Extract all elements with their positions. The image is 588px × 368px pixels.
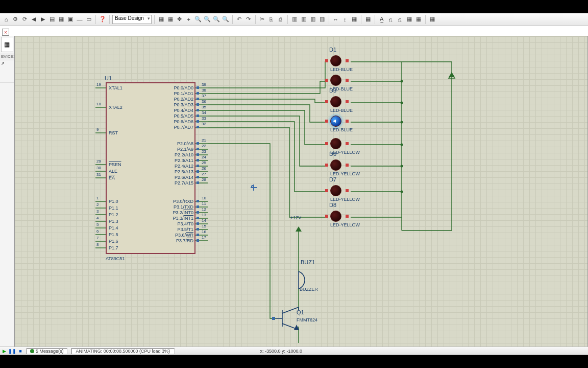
pin-number: 33 bbox=[202, 116, 206, 121]
pin-number: 34 bbox=[202, 110, 206, 115]
tab-close-button[interactable]: × bbox=[2, 29, 9, 36]
text-tool-icon[interactable]: A̲ bbox=[378, 15, 386, 24]
play-icon[interactable]: ▶ bbox=[0, 349, 8, 354]
pin-number: 5 bbox=[96, 222, 99, 227]
pin-label: P2.5/A13 bbox=[175, 169, 193, 174]
pin-label: P1.3 bbox=[109, 219, 118, 224]
led-6[interactable] bbox=[330, 159, 341, 171]
tb-icon[interactable]: ▣ bbox=[66, 15, 75, 24]
block-icon[interactable]: ▥ bbox=[309, 15, 317, 24]
zoom-fit-icon[interactable]: 🔍 bbox=[212, 15, 220, 24]
redo-icon[interactable]: ↷ bbox=[244, 15, 253, 24]
settings-icon[interactable]: ⚙ bbox=[11, 15, 19, 24]
block-icon[interactable]: ▥ bbox=[300, 15, 308, 24]
document-tabs: × bbox=[0, 26, 9, 36]
next-icon[interactable]: ▶ bbox=[39, 15, 47, 24]
led-part: LED-YELLOW bbox=[330, 171, 360, 176]
pin-label: P2.0/A8 bbox=[177, 141, 193, 146]
led-7[interactable] bbox=[330, 185, 341, 196]
tb-icon[interactable]: ▭ bbox=[85, 15, 93, 24]
device-list[interactable]: ↗ bbox=[0, 60, 14, 83]
led-2[interactable] bbox=[330, 75, 341, 86]
pin-label: P0.7/AD7 bbox=[174, 125, 193, 130]
block-icon[interactable]: ▥ bbox=[318, 15, 326, 24]
pin-label: P1.1 bbox=[109, 205, 118, 211]
transistor-ref: Q1 bbox=[297, 309, 304, 315]
pin-number: 6 bbox=[96, 229, 99, 234]
pin-number: 10 bbox=[202, 196, 206, 200]
messages-button[interactable]: 5 Message(s) bbox=[27, 348, 67, 354]
rotate-icon[interactable]: ▦ bbox=[350, 15, 358, 24]
cut-icon[interactable]: ✂ bbox=[258, 15, 266, 24]
undo-icon[interactable]: ↶ bbox=[235, 15, 243, 24]
copy-icon[interactable]: ⎘ bbox=[267, 15, 276, 24]
pin-number: 35 bbox=[202, 105, 206, 109]
label-12v: +12V bbox=[290, 215, 301, 220]
led-8[interactable] bbox=[330, 211, 341, 222]
svg-rect-52 bbox=[197, 142, 199, 145]
paste-icon[interactable]: ⎙ bbox=[277, 15, 285, 24]
tb-icon[interactable]: ▤ bbox=[48, 15, 56, 24]
pin-number: 28 bbox=[202, 177, 206, 182]
led-3[interactable] bbox=[330, 96, 341, 107]
chip-part: AT89C51 bbox=[106, 256, 125, 261]
tb-icon[interactable]: ▦ bbox=[57, 15, 65, 24]
zoom-out-icon[interactable]: 🔍 bbox=[203, 15, 211, 24]
refresh-icon[interactable]: ⟳ bbox=[20, 15, 29, 24]
pin-label: PSEN bbox=[109, 162, 121, 167]
flip-v-icon[interactable]: ↕ bbox=[341, 15, 349, 24]
pin-label: XTAL1 bbox=[109, 85, 122, 90]
design-combo[interactable]: Base Design bbox=[112, 15, 152, 24]
tb-icon[interactable]: ▦ bbox=[364, 15, 372, 24]
pin-number: 18 bbox=[96, 102, 101, 106]
grid-icon[interactable]: ▦ bbox=[157, 15, 165, 24]
center-icon[interactable]: + bbox=[185, 15, 193, 24]
led-5[interactable] bbox=[330, 138, 341, 149]
led-part: LED-YELLOW bbox=[330, 197, 360, 202]
led-cathode-pad bbox=[346, 120, 349, 123]
pin-number: 22 bbox=[202, 144, 206, 148]
stop-icon[interactable]: ■ bbox=[16, 349, 24, 354]
led-part: LED-BLUE bbox=[330, 67, 353, 72]
led-anode-pad bbox=[325, 100, 328, 103]
led-cathode-pad bbox=[346, 142, 349, 145]
pause-icon[interactable]: ❚❚ bbox=[8, 349, 16, 354]
svg-rect-55 bbox=[197, 159, 199, 162]
tb-icon[interactable]: — bbox=[76, 15, 84, 24]
pan-icon[interactable]: ✥ bbox=[176, 15, 184, 24]
schematic-canvas[interactable]: U1 AT89C51 19 XTAL118 XTAL29 RST29 PSEN3… bbox=[14, 36, 588, 348]
pin-label: P0.6/AD6 bbox=[174, 119, 193, 124]
svg-rect-58 bbox=[197, 176, 199, 178]
prev-icon[interactable]: ◀ bbox=[30, 15, 38, 24]
led-1[interactable] bbox=[330, 55, 341, 66]
pin-label: EA bbox=[109, 175, 115, 180]
tb-icon[interactable]: ▦ bbox=[405, 15, 413, 24]
buzzer-part: BUZZER bbox=[300, 287, 318, 292]
led-part: LED-YELLOW bbox=[330, 222, 360, 227]
help-icon[interactable]: ❓ bbox=[99, 15, 107, 24]
pin-number: 37 bbox=[202, 94, 206, 98]
zoom-in-icon[interactable]: 🔍 bbox=[194, 15, 202, 24]
tb-icon[interactable]: ▦ bbox=[428, 15, 436, 24]
flip-h-icon[interactable]: ↔ bbox=[332, 15, 340, 24]
led-anode-pad bbox=[325, 59, 328, 62]
grid-icon[interactable]: ▦ bbox=[166, 15, 175, 24]
overview-icon[interactable]: ▦ bbox=[1, 37, 13, 52]
home-icon[interactable]: ⌂ bbox=[2, 15, 10, 24]
tb-icon[interactable]: ▦ bbox=[414, 15, 423, 24]
pin-number: 24 bbox=[202, 155, 206, 159]
pin-number: 36 bbox=[202, 99, 206, 104]
led-ref: D1 bbox=[329, 47, 336, 53]
pin-label: P2.6/A14 bbox=[175, 175, 193, 180]
block-icon[interactable]: ▥ bbox=[290, 15, 299, 24]
led-4[interactable] bbox=[330, 116, 341, 127]
tb-icon[interactable]: ⎌ bbox=[387, 15, 395, 24]
zoom-area-icon[interactable]: 🔍 bbox=[222, 15, 230, 24]
pin-label: P0.1/AD1 bbox=[174, 91, 193, 96]
pin-number: 17 bbox=[202, 235, 206, 240]
tb-icon[interactable]: ⎌ bbox=[396, 15, 404, 24]
svg-rect-51 bbox=[197, 126, 199, 128]
led-cathode-pad bbox=[346, 79, 349, 82]
led-ref: D7 bbox=[329, 176, 336, 182]
pin-number: 27 bbox=[202, 172, 206, 176]
